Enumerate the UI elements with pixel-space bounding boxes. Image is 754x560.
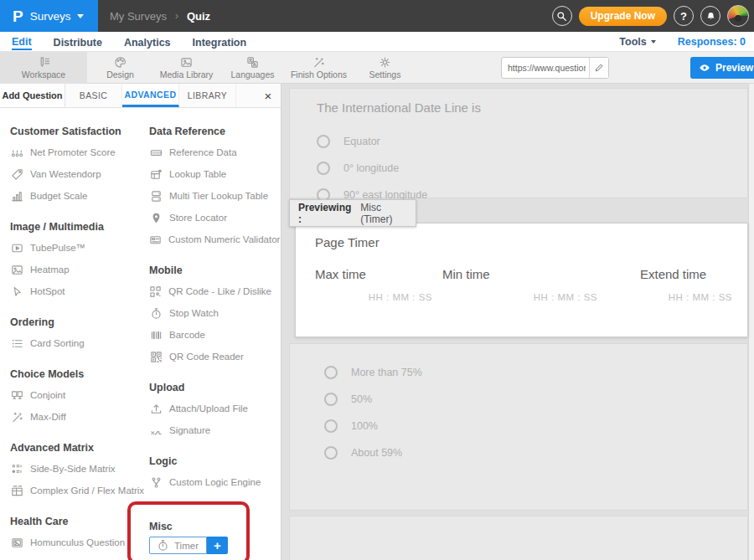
- toolbar-media-library[interactable]: Media Library: [153, 52, 219, 84]
- survey-url-group: [501, 57, 609, 79]
- radio-option-0-longitude[interactable]: 0° longitude: [317, 155, 747, 182]
- question-type-tubepulse[interactable]: TubePulse™: [10, 237, 149, 259]
- question-type-barcode[interactable]: Barcode: [149, 324, 271, 346]
- tab-basic[interactable]: BASIC: [65, 84, 122, 107]
- radio-icon[interactable]: [324, 366, 338, 379]
- scrollbar-track[interactable]: [748, 84, 754, 560]
- secondary-nav: EditDistributeAnalyticsIntegration Tools…: [0, 32, 754, 52]
- tab-advanced[interactable]: ADVANCED: [122, 84, 179, 107]
- item-label: Stop Watch: [169, 308, 219, 318]
- radio-option-50[interactable]: 50%: [324, 386, 747, 413]
- item-label: Card Sorting: [30, 338, 85, 348]
- item-label: Complex Grid / Flex Matrix: [30, 486, 144, 496]
- section-heading-mobile: Mobile: [149, 265, 271, 276]
- option-label: 50%: [351, 393, 372, 405]
- question-type-complex-grid-flex-matrix[interactable]: Complex Grid / Flex Matrix: [10, 480, 149, 501]
- time-input[interactable]: [315, 292, 432, 302]
- product-name: Surveys: [30, 10, 71, 23]
- question-type-custom-numeric-validator[interactable]: Custom Numeric Validator: [149, 229, 271, 250]
- question-type-store-locator[interactable]: Store Locator: [149, 207, 271, 229]
- avatar[interactable]: [727, 5, 749, 27]
- timer-field-label: Extend time: [640, 267, 732, 281]
- radio-option-100[interactable]: 100%: [324, 413, 747, 439]
- toolbar-settings[interactable]: Settings: [352, 52, 418, 84]
- question-type-max-diff[interactable]: Max-Diff: [10, 406, 149, 428]
- time-input[interactable]: [640, 292, 732, 302]
- toolbar-label: Design: [106, 69, 134, 80]
- question-type-budget-scale[interactable]: Budget Scale: [10, 185, 149, 207]
- tag-icon: [10, 168, 23, 181]
- question-type-custom-logic-engine[interactable]: Custom Logic Engine: [149, 471, 271, 493]
- questionpro-logo: P: [13, 8, 23, 24]
- question-type-card-sorting[interactable]: Card Sorting: [10, 332, 149, 354]
- question-type-qr-code-reader[interactable]: QR Code Reader: [149, 346, 271, 367]
- item-label: Conjoint: [30, 390, 65, 400]
- nav-tab-distribute[interactable]: Distribute: [54, 34, 102, 49]
- radio-icon[interactable]: [317, 135, 330, 148]
- toolbar-design[interactable]: Design: [87, 52, 153, 84]
- tab-library[interactable]: LIBRARY: [179, 84, 236, 107]
- nav-tab-analytics[interactable]: Analytics: [124, 34, 171, 49]
- item-label: Homunculus Question: [30, 537, 125, 547]
- item-label: Side-By-Side Matrix: [30, 464, 116, 474]
- upload-tray-icon: [149, 403, 163, 415]
- item-label: Reference Data: [169, 147, 237, 157]
- item-label: Custom Logic Engine: [169, 477, 261, 487]
- add-timer-button[interactable]: +: [207, 537, 228, 554]
- stack-tables-icon: [149, 190, 163, 203]
- question-options: More than 75%50%100%About 59%: [324, 359, 747, 466]
- radio-option-more-than-75[interactable]: More than 75%: [324, 359, 747, 386]
- chevron-down-icon: [77, 14, 84, 22]
- question-type-stop-watch[interactable]: Stop Watch: [149, 302, 271, 324]
- question-type-qr-code-like-dislike[interactable]: QR Code - Like / Dislike: [149, 280, 271, 302]
- responses-count[interactable]: Responses: 0: [678, 36, 746, 48]
- chevron-down-icon: [651, 40, 656, 46]
- question-type-side-by-side-matrix[interactable]: Side-By-Side Matrix: [10, 458, 149, 480]
- question-type-timer[interactable]: Timer: [149, 537, 207, 554]
- search-icon[interactable]: [552, 6, 572, 26]
- question-type-reference-data[interactable]: Reference Data: [149, 141, 271, 163]
- question-type-multi-tier-lookup-table[interactable]: Multi Tier Lookup Table: [149, 185, 271, 207]
- radio-option-about-59[interactable]: About 59%: [324, 439, 747, 466]
- question-type-conjoint[interactable]: Conjoint: [10, 384, 149, 406]
- radio-icon[interactable]: [324, 419, 338, 433]
- video-play-icon: [10, 242, 23, 254]
- product-menu[interactable]: P Surveys: [0, 0, 98, 32]
- radio-option-equator[interactable]: Equator: [317, 128, 747, 155]
- upgrade-now-button[interactable]: Upgrade Now: [579, 7, 667, 26]
- radio-icon[interactable]: [324, 393, 338, 406]
- edit-url-pencil-icon[interactable]: [589, 58, 608, 78]
- radio-icon[interactable]: [317, 162, 330, 175]
- nav-tab-integration[interactable]: Integration: [193, 34, 247, 49]
- question-type-heatmap[interactable]: Heatmap: [10, 259, 149, 280]
- nav-tab-edit[interactable]: Edit: [12, 33, 32, 50]
- gear-icon: [379, 56, 392, 69]
- signature-pen-icon: [149, 424, 163, 437]
- item-label: Barcode: [169, 330, 205, 340]
- question-type-signature[interactable]: Signature: [149, 419, 271, 441]
- question-type-net-promoter-score[interactable]: Net Promoter Score: [10, 141, 149, 163]
- question-type-hotspot[interactable]: HotSpot: [10, 280, 149, 302]
- preview-button[interactable]: Preview: [690, 57, 754, 79]
- monitors-icon: [10, 389, 23, 402]
- toolbar-languages[interactable]: Languages: [219, 52, 286, 84]
- time-input[interactable]: [442, 292, 597, 302]
- survey-url-input[interactable]: [502, 58, 589, 78]
- preview-label: Preview: [715, 62, 753, 74]
- question-type-attach-upload-file[interactable]: Attach/Upload File: [149, 398, 271, 419]
- close-icon[interactable]: ×: [256, 84, 281, 107]
- toolbar-finish-options[interactable]: Finish Options: [286, 52, 352, 84]
- breadcrumb-my-surveys[interactable]: My Surveys: [110, 10, 167, 23]
- item-label: QR Code Reader: [169, 352, 244, 362]
- question-title: The International Date Line is: [317, 100, 747, 115]
- toolbar-workspace[interactable]: Workspace: [0, 52, 87, 84]
- radio-icon[interactable]: [324, 446, 338, 460]
- question-type-van-westendorp[interactable]: Van Westendorp: [10, 163, 149, 185]
- notifications-bell-icon[interactable]: [700, 6, 720, 26]
- question-type-lookup-table[interactable]: Lookup Table: [149, 163, 271, 185]
- section-heading-image-multimedia: Image / Multimedia: [10, 221, 149, 233]
- tools-menu[interactable]: Tools: [619, 36, 655, 48]
- help-icon[interactable]: ?: [674, 6, 694, 26]
- section-heading-choice-models: Choice Models: [10, 368, 149, 380]
- timer-field-min-time: Min time: [442, 267, 597, 304]
